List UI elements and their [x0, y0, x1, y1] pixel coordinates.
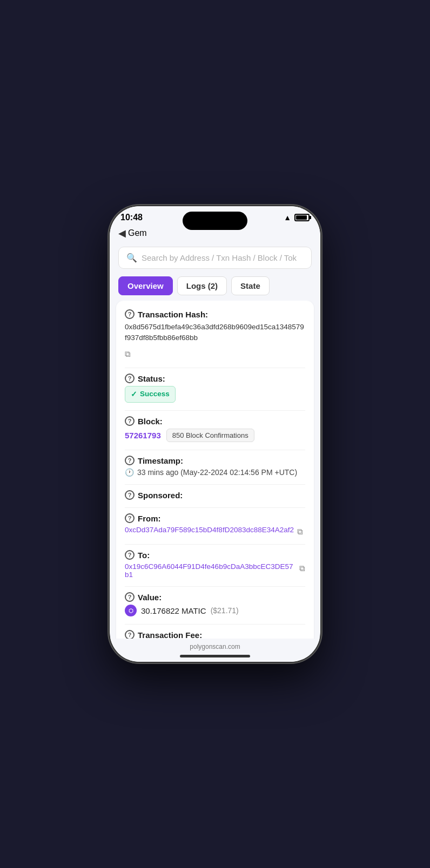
tab-state-label: State [240, 281, 260, 290]
sponsored-help-icon[interactable]: ? [125, 490, 135, 500]
tx-hash-row: ? Transaction Hash: 0x8d5675d1fbefa49c36… [125, 309, 305, 360]
sponsored-label: ? Sponsored: [125, 490, 305, 500]
sponsored-row: ? Sponsored: [125, 490, 305, 500]
block-help-icon[interactable]: ? [125, 416, 135, 426]
confirmations-badge: 850 Block Confirmations [166, 429, 254, 442]
value-label: ? Value: [125, 592, 305, 602]
content-scroll[interactable]: ? Transaction Hash: 0x8d5675d1fbefa49c36… [110, 301, 320, 639]
back-label: Gem [128, 228, 147, 238]
home-bar [180, 655, 250, 657]
battery-fill [296, 215, 307, 220]
tab-state[interactable]: State [231, 276, 270, 295]
from-address-link[interactable]: 0xcDd37Ada79F589c15bD4f8fD2083dc88E34A2a… [125, 526, 294, 534]
phone-screen: 10:48 ▲ ◀ Gem 🔍 Search by Address / Txn … [110, 206, 320, 662]
tx-hash-value: 0x8d5675d1fbefa49c36a3dfd268b9609ed15ca1… [125, 322, 305, 360]
divider-3 [125, 450, 305, 450]
wifi-icon: ▲ [284, 213, 291, 222]
home-indicator [110, 653, 320, 662]
tab-overview[interactable]: Overview [118, 276, 173, 295]
block-value-row: 57261793 850 Block Confirmations [125, 429, 305, 442]
tab-overview-label: Overview [127, 281, 164, 290]
divider-4 [125, 484, 305, 485]
value-row-section: ? Value: ⬡ 30.176822 MATIC ($21.71) [125, 592, 305, 616]
from-copy-icon[interactable]: ⧉ [297, 527, 303, 537]
battery-icon [294, 214, 310, 221]
status-time: 10:48 [120, 213, 143, 222]
tx-hash-label: ? Transaction Hash: [125, 309, 305, 319]
timestamp-value: 🕐 33 mins ago (May-22-2024 02:14:56 PM +… [125, 468, 305, 477]
block-number-link[interactable]: 57261793 [125, 431, 161, 440]
timestamp-row-section: ? Timestamp: 🕐 33 mins ago (May-22-2024 … [125, 456, 305, 477]
divider-7 [125, 586, 305, 587]
value-display: ⬡ 30.176822 MATIC ($21.71) [125, 605, 305, 616]
matic-symbol: ⬡ [129, 608, 133, 614]
from-value-row: 0xcDd37Ada79F589c15bD4f8fD2083dc88E34A2a… [125, 526, 305, 537]
timestamp-help-icon[interactable]: ? [125, 456, 135, 465]
timestamp-label: ? Timestamp: [125, 456, 305, 465]
transaction-card: ? Transaction Hash: 0x8d5675d1fbefa49c36… [116, 301, 314, 639]
block-label: ? Block: [125, 416, 305, 426]
block-row-section: ? Block: 57261793 850 Block Confirmation… [125, 416, 305, 442]
search-placeholder[interactable]: Search by Address / Txn Hash / Block / T… [142, 253, 297, 262]
status-check-icon: ✓ [131, 389, 137, 400]
tab-logs-label: Logs (2) [186, 281, 218, 290]
status-help-icon[interactable]: ? [125, 374, 135, 383]
from-help-icon[interactable]: ? [125, 513, 135, 523]
to-row: ? To: 0x19c6C96A6044F91D4fe46b9cDaA3bbcE… [125, 550, 305, 579]
divider-5 [125, 507, 305, 508]
tx-hash-help-icon[interactable]: ? [125, 309, 135, 319]
divider-6 [125, 544, 305, 545]
back-button[interactable]: ◀ Gem [118, 227, 147, 239]
bottom-bar: polygonscan.com [110, 639, 320, 653]
tab-logs[interactable]: Logs (2) [177, 276, 227, 295]
tx-fee-help-icon[interactable]: ? [125, 630, 135, 639]
status-badge: ✓ Success [125, 386, 176, 403]
to-label: ? To: [125, 550, 305, 560]
status-value: ✓ Success [125, 386, 305, 403]
tx-fee-row: ? Transaction Fee: 0.001033113594387 MAT… [125, 630, 305, 639]
tx-hash-copy-icon[interactable]: ⧉ [125, 348, 131, 361]
back-chevron-icon: ◀ [118, 227, 126, 239]
divider-2 [125, 410, 305, 411]
search-container: 🔍 Search by Address / Txn Hash / Block /… [110, 243, 320, 274]
phone-frame: 10:48 ▲ ◀ Gem 🔍 Search by Address / Txn … [110, 206, 320, 662]
to-help-icon[interactable]: ? [125, 550, 135, 560]
status-row: ? Status: ✓ Success [125, 374, 305, 403]
to-address-link[interactable]: 0x19c6C96A6044F91D4fe46b9cDaA3bbcEC3DE57… [125, 562, 296, 579]
matic-icon: ⬡ [125, 605, 137, 616]
value-usd: ($21.71) [211, 606, 239, 615]
from-row: ? From: 0xcDd37Ada79F589c15bD4f8fD2083dc… [125, 513, 305, 537]
tx-fee-label: ? Transaction Fee: [125, 630, 305, 639]
divider-1 [125, 368, 305, 368]
to-copy-icon[interactable]: ⧉ [299, 564, 305, 573]
search-bar[interactable]: 🔍 Search by Address / Txn Hash / Block /… [118, 247, 312, 269]
value-help-icon[interactable]: ? [125, 592, 135, 602]
from-label: ? From: [125, 513, 305, 523]
status-label: ? Status: [125, 374, 305, 383]
value-amount: 30.176822 MATIC [141, 606, 206, 615]
divider-8 [125, 624, 305, 625]
search-icon: 🔍 [126, 253, 137, 263]
domain-label: polygonscan.com [190, 643, 240, 650]
tab-bar: Overview Logs (2) State [110, 274, 320, 301]
dynamic-island [183, 212, 247, 230]
clock-icon: 🕐 [125, 468, 134, 477]
status-icons: ▲ [284, 213, 310, 222]
to-value-row: 0x19c6C96A6044F91D4fe46b9cDaA3bbcEC3DE57… [125, 562, 305, 579]
